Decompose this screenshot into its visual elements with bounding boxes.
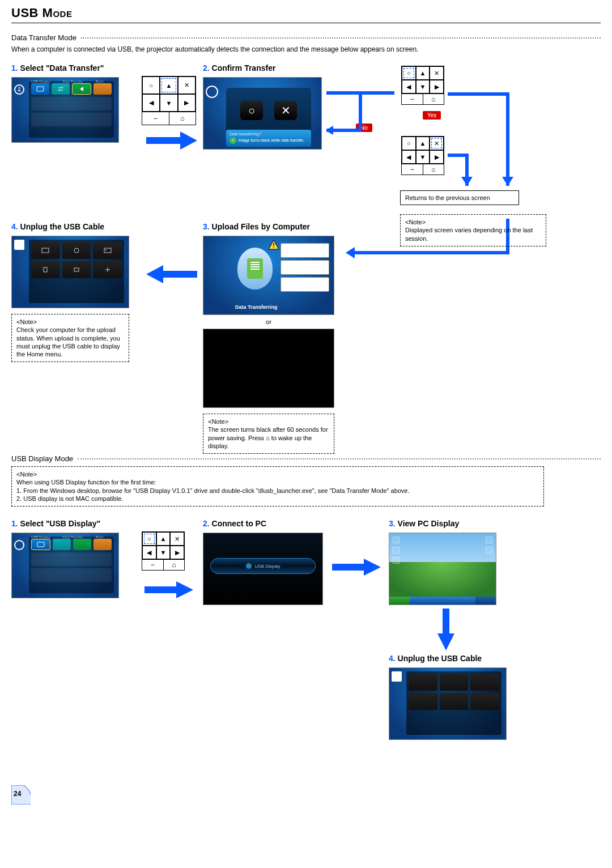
step-1-title: 1. Select "Data Transfer"	[11, 63, 119, 73]
note-upload: <Note> Check your computer for the uploa…	[11, 314, 129, 362]
screenshot-black-screen	[203, 329, 334, 408]
confirm-ok-icon: ○	[240, 101, 263, 120]
screenshot-connect-pc: USB Display	[203, 533, 323, 605]
ud-step4-title: 4. Unplug the USB Cable	[389, 654, 507, 663]
svg-text:!: !	[273, 242, 275, 249]
home-icon: ⌂	[266, 435, 270, 441]
page-title: USB Mode	[11, 6, 601, 23]
section-label: USB Display Mode	[11, 454, 73, 463]
or-label: or	[203, 318, 334, 325]
confirm-cancel-icon: ✕	[274, 101, 297, 120]
svg-rect-2	[42, 248, 49, 253]
svg-rect-8	[37, 542, 44, 547]
btn-extra	[94, 539, 112, 550]
arrow-right-icon	[146, 131, 197, 150]
usb-icon	[206, 86, 218, 98]
step-3-title: 3. Upload Files by Computer	[203, 222, 334, 231]
note-usb-display-first-time: <Note> When using USB Display function f…	[11, 466, 544, 507]
btn-back	[72, 83, 91, 95]
svg-point-5	[105, 249, 107, 250]
usb-icon	[14, 540, 24, 550]
section-label: Data Transfer Mode	[11, 33, 76, 42]
page-number: 24	[11, 785, 31, 805]
note-black-screen: <Note> The screen turns black after 60 s…	[203, 414, 334, 454]
svg-rect-7	[74, 268, 79, 271]
svg-rect-6	[44, 267, 47, 272]
section-usb-display: USB Display Mode	[11, 454, 601, 463]
document-icon	[247, 258, 263, 279]
usb-icon	[14, 84, 24, 95]
section-data-transfer: Data Transfer Mode	[11, 33, 601, 42]
screenshot-select-usb-display: USB DisplayData TransferBack	[11, 533, 119, 598]
btn-data-transfer	[53, 539, 71, 550]
home-icon	[392, 671, 402, 682]
divider-dots	[81, 37, 601, 39]
svg-rect-0	[37, 87, 44, 91]
screenshot-select-data-transfer: USB DisplayData TransferBack	[11, 77, 119, 143]
btn-back	[73, 539, 91, 550]
ud-step2-title: 2. Connect to PC	[203, 519, 323, 528]
arrow-down-icon	[437, 609, 454, 650]
check-icon: ✓	[230, 137, 236, 144]
arrow-right-icon	[144, 581, 193, 598]
remote-ok-highlighted: ○	[142, 532, 156, 546]
ud-step1-title: 1. Select "USB Display"	[11, 519, 119, 528]
intro-text: When a computer is connected via USB, th…	[11, 45, 601, 53]
svg-rect-4	[104, 248, 111, 253]
note-session: <Note> Displayed screen varies depending…	[400, 214, 546, 246]
arrow-left-icon	[146, 265, 197, 283]
ud-step3-title: 3. View PC Display	[389, 519, 496, 528]
btn-usb-display	[31, 539, 50, 550]
screenshot-confirm-transfer: ○ ✕ Data transferring?✓Image turns black…	[203, 77, 322, 150]
screenshot-home-menu	[11, 236, 129, 308]
warning-icon: !	[268, 240, 279, 250]
screenshot-home-menu	[389, 667, 507, 740]
btn-usb-display	[31, 83, 49, 95]
home-icon	[14, 240, 24, 250]
btn-data-transfer	[52, 83, 70, 95]
step-2-title: 2. Confirm Transfer	[203, 63, 322, 73]
arrow-right-icon	[332, 559, 381, 576]
screenshot-upload-files: ! Data Transferring	[203, 236, 334, 315]
remote-up-highlighted: ▲	[160, 76, 177, 94]
remote-control-pad: ○▲✕ ◀▼▶ − ⌂	[142, 76, 196, 125]
step-4-title: 4. Unplug the USB Cable	[11, 222, 129, 231]
svg-point-3	[74, 248, 79, 253]
return-note: Returns to the previous screen	[400, 190, 519, 205]
remote-control-pad: ○▲✕ ◀▼▶ −⌂	[142, 531, 185, 571]
screenshot-pc-desktop	[389, 533, 496, 605]
divider-dots	[78, 458, 601, 459]
btn-extra	[94, 83, 112, 95]
